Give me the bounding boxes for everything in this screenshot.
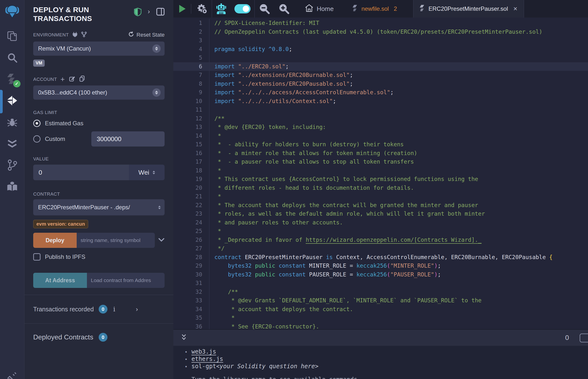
code-line[interactable]: 35 *: [173, 314, 588, 322]
code-line[interactable]: 11: [173, 106, 588, 114]
code-line[interactable]: 26 * _Deprecated in favor of https://wiz…: [173, 236, 588, 244]
code-line[interactable]: 14 *: [173, 132, 588, 141]
code-line[interactable]: 12/**: [173, 114, 588, 123]
code-line[interactable]: 20 * different roles - head to its docum…: [173, 184, 588, 192]
code-line[interactable]: 16 * - a minter role that allows for tok…: [173, 149, 588, 158]
line-number: 32: [173, 288, 210, 297]
environment-select[interactable]: Remix VM (Cancun): [33, 42, 165, 56]
terminal-bar: 0: [173, 329, 588, 346]
tab-erc20presetminterpauser[interactable]: ERC20PresetMinterPauser.sol ×: [413, 0, 524, 17]
code-line[interactable]: 22 * The account that deploys the contra…: [173, 201, 588, 210]
code-line[interactable]: 4pragma solidity ^0.8.0;: [173, 45, 588, 54]
deploy-button[interactable]: Deploy: [33, 233, 77, 248]
info-icon[interactable]: i: [113, 305, 115, 313]
custom-gas-option[interactable]: Custom: [33, 135, 65, 142]
line-number: 11: [173, 106, 210, 114]
code-line[interactable]: 30 bytes32 public constant PAUSER_ROLE =…: [173, 270, 588, 279]
line-number: 17: [173, 158, 210, 166]
select-stepper-icon: [152, 45, 161, 53]
editor-column: Home newfile.sol 2: [173, 0, 588, 379]
copy-account-icon[interactable]: [79, 76, 85, 83]
debugger-icon[interactable]: [5, 115, 19, 129]
chevron-down-icon[interactable]: [158, 237, 165, 243]
code-editor[interactable]: 1// SPDX-License-Identifier: MIT2// Open…: [173, 17, 588, 329]
edit-account-icon[interactable]: [69, 76, 75, 83]
code-line[interactable]: 23 * roles, as well as the default admin…: [173, 209, 588, 218]
code-line[interactable]: 33 * @dev Grants `DEFAULT_ADMIN_ROLE`, `…: [173, 296, 588, 305]
collapse-terminal-icon[interactable]: [180, 333, 187, 342]
value-unit-select[interactable]: Wei: [129, 165, 165, 180]
reset-state-button[interactable]: Reset State: [128, 31, 165, 39]
code-line[interactable]: 19 * This contract uses {AccessControl} …: [173, 175, 588, 184]
code-line[interactable]: 15 * - ability for holders to burn (dest…: [173, 140, 588, 149]
tab-home[interactable]: Home: [299, 0, 340, 17]
code-line[interactable]: 34 * account that deploys the contract.: [173, 305, 588, 314]
fork-vm-icon[interactable]: [81, 32, 87, 39]
estimated-gas-option[interactable]: Estimated Gas: [33, 120, 165, 127]
search-icon[interactable]: [5, 51, 19, 64]
terminal-search-box[interactable]: [580, 333, 588, 342]
zoom-out-icon[interactable]: [255, 0, 274, 17]
terminal-list-item[interactable]: •sol-gpt <your Solidity question here>: [185, 363, 588, 370]
code-line[interactable]: 25 *: [173, 227, 588, 236]
code-line[interactable]: 24 * and pauser roles to other accounts.: [173, 218, 588, 227]
plug-icon[interactable]: [72, 32, 78, 39]
publish-ipfs-option[interactable]: Publish to IPFS: [33, 253, 165, 261]
code-line[interactable]: 5: [173, 53, 588, 62]
estimated-gas-radio[interactable]: [33, 120, 41, 127]
at-address-button[interactable]: At Address: [33, 273, 87, 288]
publish-ipfs-checkbox[interactable]: [33, 253, 41, 261]
code-line[interactable]: 29 bytes32 public constant MINTER_ROLE =…: [173, 262, 588, 270]
code-line[interactable]: 27 */: [173, 244, 588, 253]
ai-copilot-icon[interactable]: [212, 0, 231, 17]
code-line[interactable]: 36 * See {ERC20-constructor}.: [173, 322, 588, 330]
custom-gas-radio[interactable]: [33, 135, 41, 142]
terminal-output[interactable]: •web3.js•ethers.js•sol-gpt <your Solidit…: [173, 346, 588, 379]
git-icon[interactable]: [5, 158, 19, 172]
remix-logo[interactable]: [4, 3, 20, 21]
pin-panel-icon[interactable]: [156, 8, 165, 16]
line-number: 2: [173, 28, 210, 36]
terminal-list-item[interactable]: •web3.js: [185, 348, 588, 356]
code-line[interactable]: 21 *: [173, 192, 588, 201]
terminal-list-item[interactable]: •ethers.js: [185, 356, 588, 363]
zoom-in-icon[interactable]: [274, 0, 294, 17]
tab-newfile[interactable]: newfile.sol 2: [346, 0, 403, 17]
at-address-input[interactable]: [87, 273, 165, 288]
ai-copilot-toggle[interactable]: [234, 4, 250, 14]
code-line[interactable]: 2// OpenZeppelin Contracts (last updated…: [173, 28, 588, 36]
code-line[interactable]: 28contract ERC20PresetMinterPauser is Co…: [173, 253, 588, 262]
contract-select[interactable]: ERC20PresetMinterPauser - .deps/: [33, 199, 165, 215]
code-line[interactable]: 17 * - a pauser role that allows to stop…: [173, 158, 588, 166]
account-select[interactable]: 0x5B3...eddC4 (100 ether): [33, 85, 165, 100]
code-line[interactable]: 31: [173, 279, 588, 288]
code-line[interactable]: 18 *: [173, 166, 588, 175]
run-script-button[interactable]: [173, 0, 189, 17]
code-line[interactable]: 3: [173, 36, 588, 45]
file-explorer-icon[interactable]: [5, 29, 19, 43]
code-line[interactable]: 7import "../extensions/ERC20Burnable.sol…: [173, 71, 588, 79]
chevron-right-icon[interactable]: ›: [136, 305, 138, 313]
deploy-args-input[interactable]: [77, 233, 155, 248]
transactions-recorded-section[interactable]: Transactions recorded 0 i ›: [33, 295, 165, 323]
deploy-run-icon[interactable]: [5, 94, 19, 108]
solidity-compiler-icon[interactable]: ✓: [5, 72, 19, 86]
gas-limit-label: GAS LIMIT: [33, 110, 165, 115]
close-icon[interactable]: ×: [513, 5, 517, 13]
script-config-button[interactable]: [193, 0, 212, 17]
code-line[interactable]: 1// SPDX-License-Identifier: MIT: [173, 19, 588, 28]
code-line[interactable]: 9import "../../../access/AccessControlEn…: [173, 88, 588, 97]
unit-testing-icon[interactable]: [5, 137, 19, 150]
learneth-icon[interactable]: [5, 180, 19, 193]
code-line[interactable]: 32 /**: [173, 288, 588, 297]
custom-gas-input[interactable]: [91, 131, 165, 146]
code-line[interactable]: 10import "../../../utils/Context.sol";: [173, 97, 588, 106]
code-line[interactable]: 13 * @dev {ERC20} token, including:: [173, 123, 588, 132]
plugin-manager-icon[interactable]: [6, 372, 17, 379]
code-line[interactable]: 6import "../ERC20.sol";: [173, 62, 588, 71]
code-line[interactable]: 8import "../extensions/ERC20Pausable.sol…: [173, 79, 588, 88]
terminal-hint: Type the library name to see available c…: [191, 376, 361, 379]
value-input[interactable]: [33, 165, 129, 180]
add-account-icon[interactable]: +: [60, 77, 65, 82]
collapse-panel-icon[interactable]: ›: [148, 8, 150, 15]
